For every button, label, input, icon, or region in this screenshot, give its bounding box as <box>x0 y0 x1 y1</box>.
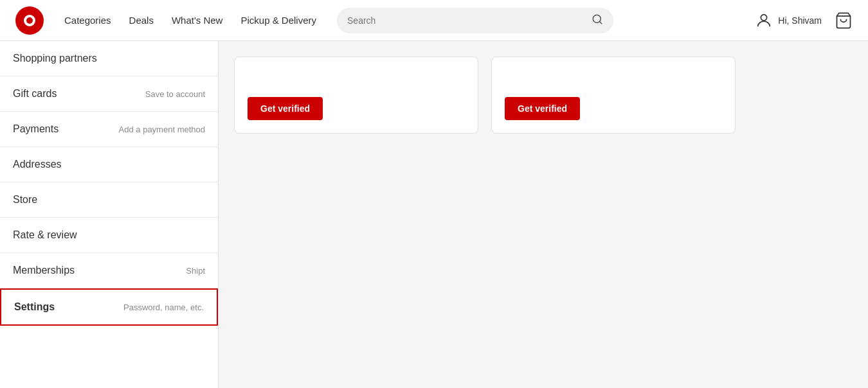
sidebar-sublabel-payments: Add a payment method <box>119 125 205 134</box>
main-content: Get verified Get verified <box>219 41 868 388</box>
user-greeting: Hi, Shivam <box>778 15 822 26</box>
header-right: Hi, Shivam <box>755 12 853 30</box>
sidebar-label-settings: Settings <box>14 301 55 313</box>
sidebar-label-gift-cards: Gift cards <box>13 88 57 100</box>
nav-pickup-delivery[interactable]: Pickup & Delivery <box>240 15 316 26</box>
svg-line-1 <box>600 21 602 23</box>
nav-deals[interactable]: Deals <box>129 15 154 26</box>
user-section[interactable]: Hi, Shivam <box>755 12 822 30</box>
verification-card-1: Get verified <box>234 57 478 134</box>
sidebar-sublabel-memberships: Shipt <box>186 266 205 276</box>
sidebar-label-payments: Payments <box>13 123 59 135</box>
user-icon <box>755 12 773 30</box>
sidebar-label-addresses: Addresses <box>13 159 62 170</box>
nav-links: Categories Deals What's New Pickup & Del… <box>64 15 316 26</box>
search-icon <box>592 13 603 28</box>
search-input[interactable] <box>347 15 586 26</box>
svg-point-2 <box>761 14 767 20</box>
sidebar-label-memberships: Memberships <box>13 265 75 276</box>
get-verified-button-2[interactable]: Get verified <box>505 97 580 120</box>
sidebar-item-settings[interactable]: Settings Password, name, etc. <box>0 288 218 326</box>
sidebar-sublabel-settings: Password, name, etc. <box>123 303 204 312</box>
sidebar-item-store[interactable]: Store <box>0 182 218 218</box>
sidebar-item-payments[interactable]: Payments Add a payment method <box>0 112 218 147</box>
cards-row: Get verified Get verified <box>234 57 853 134</box>
sidebar-item-shopping-partners[interactable]: Shopping partners <box>0 41 218 76</box>
sidebar-label-rate-review: Rate & review <box>13 229 77 241</box>
sidebar-item-rate-review[interactable]: Rate & review <box>0 218 218 253</box>
sidebar-item-addresses[interactable]: Addresses <box>0 147 218 182</box>
sidebar-item-memberships[interactable]: Memberships Shipt <box>0 253 218 288</box>
get-verified-button-1[interactable]: Get verified <box>248 97 323 120</box>
sidebar-label-shopping-partners: Shopping partners <box>13 53 97 64</box>
verification-card-2: Get verified <box>491 57 736 134</box>
nav-categories[interactable]: Categories <box>64 15 111 26</box>
sidebar-item-gift-cards[interactable]: Gift cards Save to account <box>0 76 218 112</box>
page-body: Shopping partners Gift cards Save to acc… <box>0 41 868 388</box>
sidebar-label-store: Store <box>13 194 37 206</box>
sidebar-sublabel-gift-cards: Save to account <box>145 89 205 99</box>
sidebar: Shopping partners Gift cards Save to acc… <box>0 41 219 388</box>
target-logo[interactable] <box>15 6 44 35</box>
header: Categories Deals What's New Pickup & Del… <box>0 0 868 41</box>
cart-icon[interactable] <box>835 12 853 30</box>
nav-whats-new[interactable]: What's New <box>172 15 223 26</box>
search-bar[interactable] <box>337 8 613 33</box>
